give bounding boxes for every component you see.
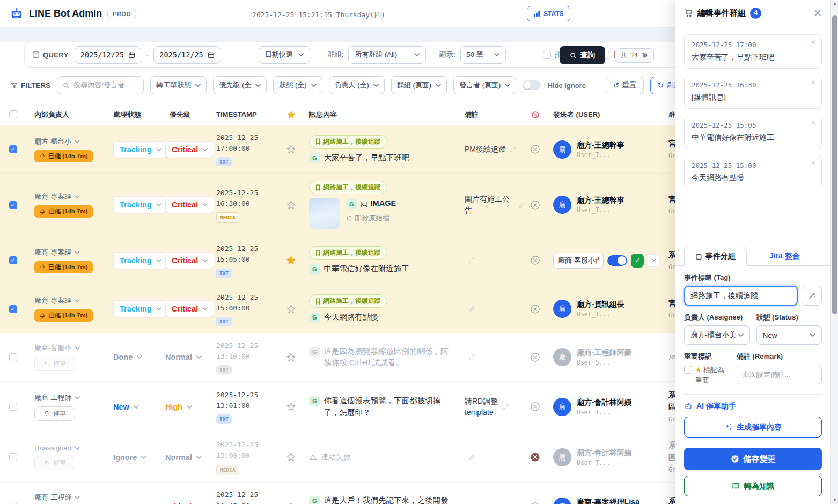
remind-button[interactable]: 催單 — [34, 406, 75, 421]
priority-select[interactable]: Critical — [165, 252, 214, 269]
star-toggle[interactable] — [282, 255, 300, 265]
status-select[interactable]: Tracking — [113, 141, 168, 158]
assignee-select[interactable]: 廟方-櫃台小美 — [684, 325, 750, 345]
star-toggle[interactable] — [282, 144, 300, 154]
tab-event-group[interactable]: 事件分組 — [684, 247, 747, 266]
cancel-button[interactable]: ✕ — [648, 254, 660, 267]
star-toggle[interactable] — [282, 502, 300, 504]
hide-ignore-toggle[interactable] — [523, 80, 541, 90]
remove-event-icon[interactable]: ✕ — [811, 119, 816, 127]
priority-select[interactable]: Critical — [165, 196, 214, 213]
magic-wand-button[interactable] — [802, 286, 822, 306]
remind-button[interactable]: 催單 — [34, 357, 75, 371]
star-toggle[interactable] — [282, 304, 300, 314]
remark-input[interactable] — [737, 365, 822, 384]
row-checkbox[interactable] — [9, 403, 17, 411]
status-select[interactable]: New — [113, 403, 139, 411]
edit-note-icon[interactable] — [510, 146, 517, 153]
priority-select[interactable]: Normal — [165, 453, 202, 462]
status-select[interactable]: Tracking — [113, 196, 168, 213]
edit-note-icon[interactable] — [468, 354, 475, 361]
row-checkbox[interactable]: ✓ — [9, 305, 17, 313]
group-filter-select[interactable]: 所有群組 (All) — [348, 46, 426, 64]
checkbox[interactable] — [684, 366, 692, 374]
quick-date-select[interactable]: 日期快選 — [259, 46, 310, 64]
edit-note-icon[interactable] — [502, 403, 509, 410]
status-select[interactable]: Tracking — [113, 252, 168, 269]
block-user-icon[interactable] — [526, 352, 545, 362]
sender-name-input[interactable] — [553, 253, 604, 269]
content-search-input[interactable]: 搜尋內容/發言者... — [57, 76, 144, 94]
remove-event-icon[interactable]: ✕ — [811, 79, 816, 86]
assignee-select[interactable]: 廠商-專案經 — [34, 296, 105, 306]
save-changes-button[interactable]: 儲存變更 — [684, 448, 822, 470]
priority-select[interactable]: High — [165, 403, 192, 411]
filter-select-2[interactable]: 狀態 (全) — [273, 76, 322, 94]
query-submit-button[interactable]: 查詢 — [560, 46, 605, 64]
stats-button[interactable]: STATS — [527, 6, 570, 21]
row-checkbox[interactable] — [9, 453, 17, 461]
row-checkbox[interactable] — [9, 353, 17, 361]
date-from-input[interactable]: 2025/12/25 — [75, 46, 141, 64]
row-checkbox[interactable]: ✓ — [9, 145, 17, 153]
block-user-icon[interactable] — [526, 304, 545, 314]
remove-event-icon[interactable]: ✕ — [811, 159, 816, 167]
star-toggle[interactable] — [282, 402, 300, 412]
image-thumbnail[interactable] — [309, 198, 340, 229]
row-checkbox[interactable]: ✓ — [9, 256, 17, 264]
show-count-select[interactable]: 50 筆 — [460, 46, 506, 64]
star-toggle[interactable] — [282, 200, 300, 210]
reset-button[interactable]: ↺重置 — [606, 77, 644, 94]
tag-input[interactable] — [684, 286, 798, 306]
page-scrollbar[interactable]: ▲ ▼ — [830, 0, 838, 504]
assignee-select[interactable]: 廟方-櫃台小 — [34, 137, 105, 146]
star-toggle[interactable] — [282, 452, 300, 462]
confirm-button[interactable]: ✓ — [631, 254, 644, 268]
date-to-input[interactable]: 2025/12/25 — [153, 46, 220, 64]
generate-reminder-button[interactable]: 生成催單內容 — [684, 417, 822, 438]
assignee-select[interactable]: 廠商-客服小 — [34, 343, 105, 353]
assignee-select[interactable]: 廠商-工程師 — [34, 393, 105, 403]
filter-select-1[interactable]: 優先級 (全 — [213, 76, 267, 94]
filter-select-3[interactable]: 負責人 (全) — [329, 76, 385, 94]
assignee-select[interactable]: 廠商-工程師 — [34, 493, 105, 502]
block-user-icon[interactable] — [526, 502, 545, 504]
open-original-link[interactable]: 開啟原始檔 — [346, 213, 396, 223]
sender-toggle[interactable] — [607, 255, 627, 266]
close-panel-icon[interactable]: ✕ — [813, 8, 822, 18]
status-select[interactable]: Ignore — [113, 453, 146, 462]
remind-button[interactable]: 催單 — [34, 456, 75, 470]
star-toggle[interactable] — [282, 352, 300, 362]
filter-select-0[interactable]: 轉工單狀態 — [150, 76, 207, 94]
mark-important-checkbox[interactable]: ★ 標記為重要 — [684, 365, 730, 386]
scrollbar-thumb[interactable] — [832, 15, 837, 314]
status-select[interactable]: New — [756, 325, 822, 345]
tab-jira[interactable]: Jira 整合 — [759, 247, 811, 265]
status-select[interactable]: Tracking — [113, 300, 168, 317]
priority-select[interactable]: Critical — [165, 300, 214, 317]
status-select[interactable]: Done — [113, 353, 142, 361]
filter-select-5[interactable]: 發言者 (頁面) — [453, 76, 516, 94]
assignee-select[interactable]: Unassigned — [34, 444, 105, 452]
ai-reminder-assistant-link[interactable]: AI 催單助手 — [684, 402, 822, 411]
block-user-icon[interactable] — [526, 200, 545, 210]
block-user-icon[interactable] — [526, 255, 545, 265]
edit-note-icon[interactable] — [468, 454, 475, 461]
checkbox[interactable] — [543, 51, 551, 59]
block-user-icon[interactable] — [526, 402, 545, 412]
filter-select-4[interactable]: 群組 (頁面) — [391, 76, 447, 94]
row-checkbox[interactable]: ✓ — [9, 201, 17, 209]
scroll-down-arrow[interactable]: ▼ — [831, 496, 838, 504]
edit-note-icon[interactable] — [468, 306, 475, 313]
convert-to-knowledge-button[interactable]: 轉為知識 — [684, 476, 822, 496]
block-user-icon[interactable] — [526, 144, 545, 154]
select-all-checkbox[interactable] — [9, 110, 17, 118]
priority-select[interactable]: Critical — [165, 141, 214, 158]
edit-note-icon[interactable] — [468, 257, 475, 264]
remove-event-icon[interactable]: ✕ — [811, 39, 816, 46]
priority-select[interactable]: Normal — [165, 353, 202, 361]
edit-note-icon[interactable] — [519, 202, 526, 209]
assignee-select[interactable]: 廠商-專案經 — [34, 192, 105, 202]
assignee-select[interactable]: 廠商-專案經 — [34, 248, 105, 257]
scroll-up-arrow[interactable]: ▲ — [831, 0, 838, 8]
